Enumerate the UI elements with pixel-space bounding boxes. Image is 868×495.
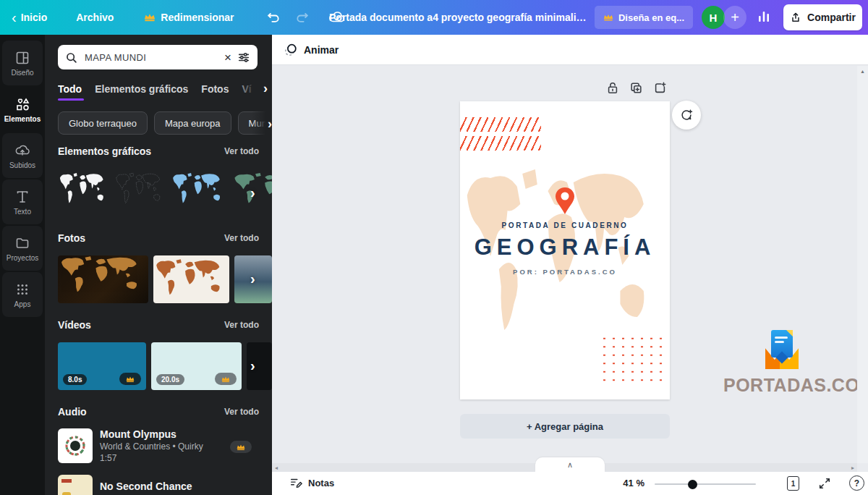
track-duration: 1:57: [100, 453, 203, 463]
zoom-slider[interactable]: [655, 483, 756, 485]
video-duration-badge: 8.0s: [63, 374, 87, 385]
upload-icon: [790, 12, 801, 24]
sidebar-item-diseno[interactable]: Diseño: [2, 41, 43, 85]
graphics-see-all[interactable]: Ver todo: [224, 146, 259, 156]
pro-crown-badge: [215, 373, 237, 385]
tab-elementos-graficos[interactable]: Elementos gráficos: [95, 83, 188, 95]
hatch-decoration: [460, 117, 541, 132]
add-page-button[interactable]: + Agregar página: [460, 414, 670, 439]
chip-mapa-europa[interactable]: Mapa europa: [154, 111, 231, 135]
audio-track-row[interactable]: Mount Olympus World & Countries • Quirky…: [58, 428, 259, 463]
clear-search-icon[interactable]: ×: [224, 51, 231, 64]
audio-see-all[interactable]: Ver todo: [224, 407, 259, 417]
apps-grid-icon: [14, 282, 30, 297]
design-team-button[interactable]: Diseña en eq...: [595, 6, 693, 29]
scroll-up-icon[interactable]: ▲: [860, 69, 865, 463]
graphic-thumb-blue-map[interactable]: [171, 172, 227, 213]
sidebar-item-proyectos[interactable]: Proyectos: [2, 226, 43, 271]
home-button[interactable]: Inicio: [21, 12, 48, 23]
lock-icon[interactable]: [606, 81, 619, 95]
design-page[interactable]: PORTADA DE CUADERNO GEOGRAFÍA POR: PORTA…: [460, 101, 670, 399]
back-chevron-icon[interactable]: ‹: [12, 10, 17, 25]
audio-track-row[interactable]: No Second Chance: [58, 475, 259, 495]
dot-grid-decoration: [600, 334, 668, 385]
page-byline-text[interactable]: POR: PORTADAS.CO: [460, 268, 670, 276]
avatar[interactable]: H: [702, 6, 725, 29]
text-icon: [14, 189, 30, 205]
videos-see-all[interactable]: Ver todo: [224, 320, 259, 330]
photos-see-all[interactable]: Ver todo: [224, 233, 259, 243]
elements-panel: × Todo Elementos gráficos Fotos Vídeos ›…: [45, 35, 272, 495]
crown-icon: [144, 12, 156, 22]
watermark-brand: PORTADAS.CO: [723, 375, 854, 396]
page-title-text[interactable]: GEOGRAFÍA: [460, 234, 670, 261]
canvas-toolbar: Animar: [272, 35, 868, 65]
tab-fotos[interactable]: Fotos: [201, 83, 229, 95]
fullscreen-button[interactable]: [818, 477, 831, 490]
notes-icon: [289, 476, 302, 489]
undo-icon[interactable]: [266, 10, 281, 25]
scroll-left-icon[interactable]: ◂: [275, 465, 278, 471]
album-art: [58, 428, 93, 463]
crown-icon: [603, 13, 613, 22]
elements-icon: [14, 96, 30, 112]
tab-todo[interactable]: Todo: [58, 83, 82, 95]
video-thumb-1[interactable]: 8.0s: [58, 342, 146, 390]
graphic-thumb-white-map[interactable]: [58, 172, 110, 213]
duplicate-page-icon[interactable]: [629, 81, 643, 95]
redo-icon[interactable]: [295, 10, 310, 25]
sidebar-item-elementos[interactable]: Elementos: [2, 87, 43, 132]
videos-next-icon[interactable]: ›: [250, 358, 255, 374]
notes-button[interactable]: Notas: [289, 476, 334, 489]
document-title[interactable]: Portada documento a4 proyecto geografía …: [329, 12, 590, 23]
bottom-collapse-tab[interactable]: ∧: [535, 457, 605, 472]
zoom-level: 41 %: [601, 478, 644, 488]
track-title: Mount Olympus: [100, 428, 203, 440]
track-title: No Second Chance: [100, 481, 192, 492]
photo-thumb-dark-gold-map[interactable]: [58, 255, 148, 303]
hatch-decoration: [460, 136, 541, 151]
photo-thumb-wood-map[interactable]: [153, 255, 229, 303]
sidebar-item-apps[interactable]: Apps: [2, 272, 43, 317]
share-button[interactable]: Compartir: [783, 4, 862, 30]
active-tab-underline: [58, 98, 84, 101]
topbar: ‹ Inicio Archivo Redimensionar Portada d…: [0, 0, 868, 35]
vertical-scrollbar[interactable]: ▲: [857, 66, 868, 463]
crown-icon: [237, 444, 245, 451]
track-meta: World & Countries • Quirky: [100, 441, 203, 452]
comment-bubble-icon: [679, 108, 694, 122]
scroll-right-icon[interactable]: ▸: [851, 465, 854, 471]
graphic-thumb-dotted-map[interactable]: [114, 172, 166, 213]
insights-chart-icon[interactable]: [757, 9, 771, 24]
page-kicker-text[interactable]: PORTADA DE CUADERNO: [460, 221, 670, 229]
videos-section-title: Vídeos: [58, 319, 91, 331]
video-thumb-2[interactable]: 20.0s: [151, 342, 242, 390]
animate-button[interactable]: Animar: [284, 43, 339, 57]
resize-button[interactable]: Redimensionar: [144, 12, 234, 23]
add-member-button[interactable]: +: [723, 6, 746, 29]
search-box[interactable]: ×: [58, 45, 258, 69]
graphics-next-icon[interactable]: ›: [250, 185, 255, 201]
map-pin-icon: [554, 187, 576, 216]
sidebar-item-subidos[interactable]: Subidos: [2, 133, 43, 178]
filter-icon[interactable]: [237, 51, 250, 64]
collapse-up-icon: ∧: [567, 460, 573, 470]
page-indicator[interactable]: 1: [787, 476, 799, 491]
video-duration-badge: 20.0s: [156, 374, 184, 385]
chip-globo-terraqueo[interactable]: Globo terraqueo: [58, 111, 148, 135]
pro-crown-badge: [119, 373, 141, 385]
tabs-next-icon[interactable]: ›: [263, 82, 268, 95]
comment-button[interactable]: [672, 101, 701, 130]
search-input[interactable]: [83, 51, 218, 64]
crown-icon: [126, 376, 135, 383]
page-actions: [606, 81, 667, 95]
file-menu-button[interactable]: Archivo: [76, 12, 114, 23]
sidebar-item-texto[interactable]: Texto: [2, 179, 43, 224]
search-icon: [65, 51, 77, 64]
photos-next-icon[interactable]: ›: [250, 271, 255, 287]
add-page-icon[interactable]: [653, 81, 667, 95]
result-tabs: Todo Elementos gráficos Fotos Vídeos: [58, 80, 252, 98]
help-button[interactable]: ?: [849, 475, 864, 491]
zoom-slider-knob[interactable]: [688, 480, 697, 489]
sidebar-rail: Diseño Elementos Subidos Texto Proyectos: [0, 35, 45, 495]
